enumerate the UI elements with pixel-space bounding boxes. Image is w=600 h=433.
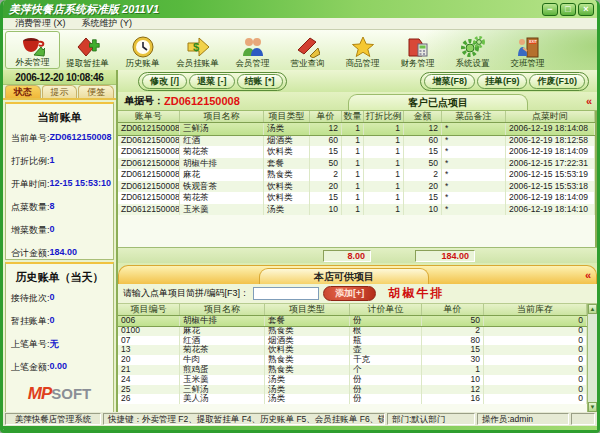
toolbar-label: 提取暂挂单 [66,58,109,69]
column-header[interactable]: 项目名称 [180,111,264,122]
table-cell: 千克 [350,355,422,365]
table-cell: 根 [350,326,422,336]
table-cell: 80 [422,336,484,346]
column-header[interactable]: 当前库存 [484,304,587,315]
history-bill-panel: 历史账单（当天） 接待批次:0 暂挂账单:0 上笔单号:无 上笔金额:0.00 … [5,262,114,416]
column-header[interactable]: 数量 [342,111,364,122]
add-item-button[interactable]: 添加[+] [323,286,376,301]
toolbar-history-bills-button[interactable]: 历史账单 [115,31,170,69]
toolbar-finance-button[interactable]: 财务管理 [390,31,445,69]
tab-status[interactable]: 状态 [5,85,41,98]
column-header[interactable]: 单价 [310,111,342,122]
status-department: 部门:默认部门 [387,413,475,425]
column-header[interactable]: 点菜时间 [506,111,595,122]
maximize-button[interactable]: □ [560,3,576,16]
table-row[interactable]: ZD0612150008胡椒牛排套餐501150*2006-12-15 17:2… [118,158,595,170]
close-button[interactable]: × [578,3,594,16]
menu-system[interactable]: 系统维护 (Y) [74,17,141,30]
toolbar-business-query-button[interactable]: 营业查询 [280,31,335,69]
table-cell: 25 [118,385,180,395]
table-row[interactable]: ZD0612150008三鲜汤汤类121112*2006-12-19 18:14… [118,123,595,135]
datetime-display: 2006-12-20 10:08:46 [3,70,116,85]
clock-icon [131,36,155,58]
total-amount: 184.00 [415,250,475,262]
table-cell: 15 [310,146,342,158]
tab-note[interactable]: 便签 [78,85,114,98]
toolbar-shift-button[interactable]: EXIT 交班管理 [500,31,555,69]
table-row[interactable]: 13菊花茶饮料类壶150 [118,345,587,355]
item-code-input[interactable] [253,287,319,300]
collapse-icon[interactable]: « [586,95,597,107]
title-bar[interactable]: 美萍快餐店系统标准版 2011V1 − □ × [3,0,597,18]
toolbar-member-credit-button[interactable]: $ 会员挂账单 [170,31,225,69]
star-icon [351,36,375,58]
column-header[interactable]: 打折比例 [364,111,404,122]
gears-icon [461,36,485,58]
table-row[interactable]: ZD0612150008菊花茶饮料类151115*2006-12-19 18:1… [118,192,595,204]
toolbar-label: 系统设置 [456,58,490,69]
table-cell: 汤类 [265,394,350,404]
table-row[interactable]: 25三鲜汤汤类份120 [118,385,587,395]
table-cell: 0 [484,326,587,336]
table-cell: 0 [484,355,587,365]
table-cell: 1 [342,135,364,147]
menu-consume[interactable]: 消费管理 (X) [7,17,74,30]
table-cell: 红酒 [180,135,264,147]
toolbar-settings-button[interactable]: 系统设置 [445,31,500,69]
column-header[interactable]: 菜品备注 [442,111,506,122]
column-header[interactable]: 账单号 [118,111,180,122]
table-cell: 玉米羹 [180,204,264,216]
column-header[interactable]: 项目类型 [265,304,350,315]
bill-field: 点菜数量:8 [8,201,111,214]
toolbar-products-button[interactable]: 商品管理 [335,31,390,69]
scroll-down-icon[interactable]: ▼ [588,402,597,412]
minimize-button[interactable]: − [542,3,558,16]
vertical-scrollbar[interactable]: ▲ ▼ [587,304,597,412]
table-row[interactable]: ZD0612150008红酒烟酒类601160*2006-12-19 18:12… [118,135,595,147]
table-cell: 26 [118,394,180,404]
table-cell: 胡椒牛排 [180,158,264,170]
table-cell: 15 [422,345,484,355]
table-cell: 1 [364,123,404,135]
return-dish-button[interactable]: 退菜 [-] [189,74,235,89]
tab-ordered-items[interactable]: 客户已点项目 [348,94,528,110]
tab-hint[interactable]: 提示 [42,85,78,98]
table-row[interactable]: 07红酒烟酒类瓶800 [118,336,587,346]
void-bill-button[interactable]: 作废(F10) [529,74,585,89]
scroll-up-icon[interactable]: ▲ [588,304,597,314]
table-cell: 个 [350,365,422,375]
checkout-button[interactable]: 结账 [*] [237,74,283,89]
toolbar-retrieve-hold-button[interactable]: 提取暂挂单 [60,31,115,69]
table-row[interactable]: ZD0612150008玉米羹汤类101110*2006-12-19 18:14… [118,204,595,216]
column-header[interactable]: 计价单位 [350,304,422,315]
table-cell: 麻花 [180,326,265,336]
column-header[interactable]: 项目编号 [118,304,180,315]
table-row[interactable]: 24玉米羹汤类份100 [118,375,587,385]
table-row[interactable]: ZD0612150008铁观音茶饮料类201120*2006-12-15 15:… [118,181,595,193]
sidebar: 2006-12-20 10:08:46 状态 提示 便签 当前账单 当前单号:Z… [3,70,118,412]
column-header[interactable]: 项目类型 [264,111,310,122]
table-row[interactable]: 006胡椒牛排套餐份500 [118,316,587,326]
field-label: 开单时间: [11,178,50,191]
column-header[interactable]: 项目名称 [180,304,265,315]
bill-field: 开单时间:12-15 15:53:10 [8,178,111,191]
table-row[interactable]: ZD0612150008菊花茶饮料类151115*2006-12-19 18:1… [118,146,595,158]
toolbar-label: 交班管理 [511,58,545,69]
column-header[interactable]: 单价 [422,304,484,315]
table-row[interactable]: ZD0612150008麻花熟食类2112*2006-12-15 15:53:1… [118,169,595,181]
toolbar-takeout-button[interactable]: 外卖管理 [5,31,60,69]
collapse-icon[interactable]: « [585,269,596,281]
toolbar-members-button[interactable]: 会员管理 [225,31,280,69]
add-dish-button[interactable]: 增菜(F8) [424,74,475,89]
hold-bill-button[interactable]: 挂单(F9) [477,74,528,89]
modify-button[interactable]: 修改 [/] [142,74,187,89]
table-row[interactable]: 21煎鸡蛋熟食类个10 [118,365,587,375]
table-row[interactable]: 20牛肉熟食类千克300 [118,355,587,365]
column-header[interactable]: 金额 [404,111,442,122]
takeout-cup-icon [21,35,45,57]
table-row[interactable]: 26美人汤汤类份160 [118,394,587,404]
table-cell: 1 [364,181,404,193]
table-cell: 50 [310,158,342,170]
tab-available-items[interactable]: 本店可供项目 [259,268,429,284]
table-row[interactable]: 0100麻花熟食类根20 [118,326,587,336]
